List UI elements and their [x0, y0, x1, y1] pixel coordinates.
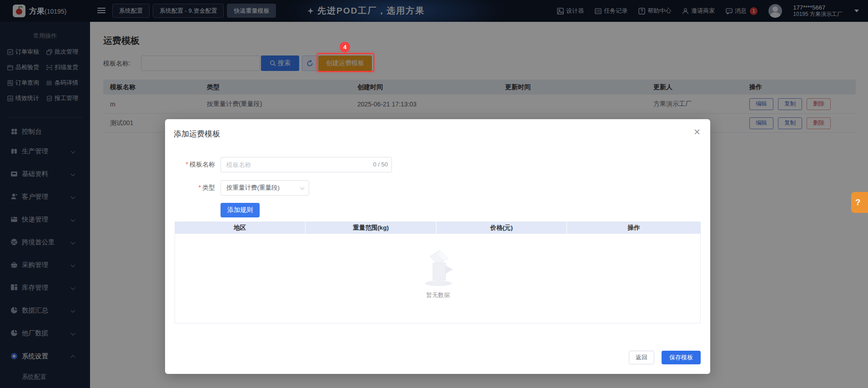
back-button[interactable]: 返回: [629, 351, 654, 364]
col-weight-range: 重量范围(kg): [306, 222, 437, 234]
col-region: 地区: [175, 222, 306, 234]
help-question-mark: ?: [855, 197, 861, 207]
type-select[interactable]: 按重量计费(重量段): [221, 180, 309, 196]
modal-title: 添加运费模板: [174, 129, 220, 139]
help-floating-tab[interactable]: ?: [851, 192, 868, 213]
add-rule-button[interactable]: 添加规则: [221, 203, 260, 217]
rules-table-body: 暂无数据: [175, 234, 701, 323]
empty-state: 暂无数据: [175, 246, 701, 299]
annotation-highlight-box: [317, 53, 374, 72]
add-shipping-template-modal: 添加运费模板 × *模板名称 0 / 50 *类型 按重量计费(重量段) 添加规…: [165, 119, 710, 374]
chevron-down-icon: [300, 185, 305, 190]
close-icon[interactable]: ×: [694, 126, 700, 138]
rules-table-header: 地区 重量范围(kg) 价格(元) 操作: [175, 222, 701, 234]
template-name-label: *模板名称: [165, 161, 215, 169]
char-counter: 0 / 50: [365, 161, 388, 168]
col-price: 价格(元): [437, 222, 567, 234]
save-template-button[interactable]: 保存模板: [662, 351, 701, 364]
modal-footer: 返回 保存模板: [629, 351, 701, 364]
empty-box-illustration: [415, 246, 462, 287]
empty-text: 暂无数据: [175, 291, 701, 299]
col-rule-actions: 操作: [567, 222, 701, 234]
type-label: *类型: [165, 184, 215, 192]
annotation-number-badge: 4: [340, 42, 350, 52]
